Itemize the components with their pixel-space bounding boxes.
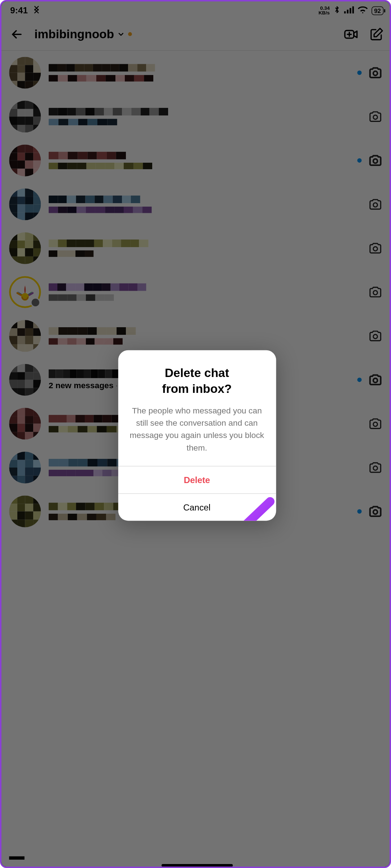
delete-chat-dialog: Delete chat from inbox? The people who m… <box>118 350 276 521</box>
cancel-button[interactable]: Cancel <box>118 494 276 521</box>
dialog-description: The people who messaged you can still se… <box>129 404 265 454</box>
delete-button[interactable]: Delete <box>118 466 276 494</box>
modal-overlay[interactable]: Delete chat from inbox? The people who m… <box>1 1 391 868</box>
screen: 9:41 0.34 KB/s <box>1 1 391 868</box>
dialog-title: Delete chat from inbox? <box>129 365 265 397</box>
